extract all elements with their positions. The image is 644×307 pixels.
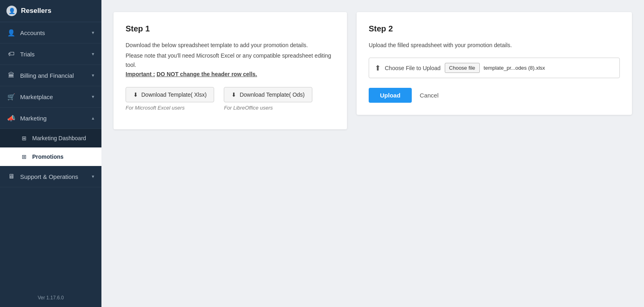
marketing-icon: 📣 xyxy=(7,114,15,122)
billing-label: Billing and Financial xyxy=(20,72,74,79)
choose-file-label: Choose File to Upload xyxy=(385,65,441,71)
download-xlsx-icon: ⬇ xyxy=(133,91,138,98)
marketplace-label: Marketplace xyxy=(20,93,53,100)
file-upload-area: ⬆ Choose File to Upload Choose file temp… xyxy=(369,58,620,78)
support-icon: 🖥 xyxy=(7,172,15,180)
cancel-button[interactable]: Cancel xyxy=(420,92,439,99)
sidebar-logo-label: Resellers xyxy=(21,7,52,15)
sidebar: 👤 Resellers 👤 Accounts ▾ 🏷 Trials ▾ 🏛 Bi… xyxy=(0,0,101,307)
choose-file-btn-label: Choose file xyxy=(449,65,475,71)
step2-desc: Upload the filled spreadsheet with your … xyxy=(369,41,620,50)
sidebar-version: Ver 1.17.6.0 xyxy=(0,288,101,307)
download-xlsx-label: Download Template( Xlsx) xyxy=(141,91,206,98)
sidebar-item-accounts[interactable]: 👤 Accounts ▾ xyxy=(0,22,101,44)
cancel-btn-label: Cancel xyxy=(420,92,439,99)
sidebar-item-support[interactable]: 🖥 Support & Operations ▾ xyxy=(0,166,101,187)
trials-label: Trials xyxy=(20,51,35,58)
sidebar-item-marketplace[interactable]: 🛒 Marketplace ▾ xyxy=(0,86,101,108)
accounts-chevron: ▾ xyxy=(92,30,94,35)
upload-icon: ⬆ xyxy=(375,64,381,73)
promotions-icon: ⊞ xyxy=(20,153,28,161)
main-content: Step 1 Download the below spreadsheet te… xyxy=(101,0,644,307)
accounts-icon: 👤 xyxy=(7,29,15,37)
xlsx-group: ⬇ Download Template( Xlsx) For Microsoft… xyxy=(126,87,214,111)
resellers-icon: 👤 xyxy=(6,6,17,16)
trials-chevron: ▾ xyxy=(92,51,94,57)
download-ods-button[interactable]: ⬇ Download Template( Ods) xyxy=(224,87,312,102)
marketplace-chevron: ▾ xyxy=(92,94,94,100)
marketplace-icon: 🛒 xyxy=(7,93,15,101)
download-ods-label: Download Template( Ods) xyxy=(239,91,305,98)
important-label: Important : xyxy=(126,71,155,77)
step1-title: Step 1 xyxy=(126,24,335,33)
upload-btn-label: Upload xyxy=(380,92,400,99)
ods-group: ⬇ Download Template( Ods) For LibreOffic… xyxy=(224,87,312,111)
upload-button[interactable]: Upload xyxy=(369,88,412,103)
choose-file-button[interactable]: Choose file xyxy=(445,63,480,73)
support-chevron: ▾ xyxy=(92,174,94,179)
important-text: DO NOT change the header row cells. xyxy=(157,71,257,77)
sidebar-item-billing[interactable]: 🏛 Billing and Financial ▾ xyxy=(0,65,101,86)
marketing-label: Marketing xyxy=(20,115,47,122)
sidebar-item-trials[interactable]: 🏷 Trials ▾ xyxy=(0,44,101,65)
billing-icon: 🏛 xyxy=(7,71,15,79)
download-xlsx-button[interactable]: ⬇ Download Template( Xlsx) xyxy=(126,87,214,102)
step2-card: Step 2 Upload the filled spreadsheet wit… xyxy=(357,12,632,115)
sidebar-item-marketing-dashboard[interactable]: ⊞ Marketing Dashboard xyxy=(0,129,101,147)
sidebar-item-promotions[interactable]: ⊞ Promotions xyxy=(0,147,101,166)
step1-card: Step 1 Download the below spreadsheet te… xyxy=(114,12,347,129)
accounts-label: Accounts xyxy=(20,29,45,36)
xlsx-sub-label: For Microsoft Excel users xyxy=(126,105,185,111)
ods-sub-label: For LibreOffice users xyxy=(224,105,272,111)
step1-important: Important : DO NOT change the header row… xyxy=(126,71,335,77)
download-buttons-row: ⬇ Download Template( Xlsx) For Microsoft… xyxy=(126,87,335,111)
file-name-display: template_pr...odes (8).xlsx xyxy=(484,65,545,71)
trials-icon: 🏷 xyxy=(7,50,15,58)
support-label: Support & Operations xyxy=(20,173,78,180)
billing-chevron: ▾ xyxy=(92,73,94,78)
marketing-dashboard-label: Marketing Dashboard xyxy=(32,135,86,141)
step2-title: Step 2 xyxy=(369,24,620,33)
action-row: Upload Cancel xyxy=(369,88,620,103)
sidebar-logo[interactable]: 👤 Resellers xyxy=(0,0,101,22)
marketing-dashboard-icon: ⊞ xyxy=(20,134,28,142)
promotions-label: Promotions xyxy=(32,154,64,160)
marketing-chevron: ▴ xyxy=(92,115,94,121)
step1-desc1: Download the below spreadsheet template … xyxy=(126,41,335,50)
download-ods-icon: ⬇ xyxy=(231,91,236,98)
sidebar-item-marketing[interactable]: 📣 Marketing ▴ xyxy=(0,108,101,129)
step1-desc2: Please note that you'll need Microsoft E… xyxy=(126,51,335,69)
